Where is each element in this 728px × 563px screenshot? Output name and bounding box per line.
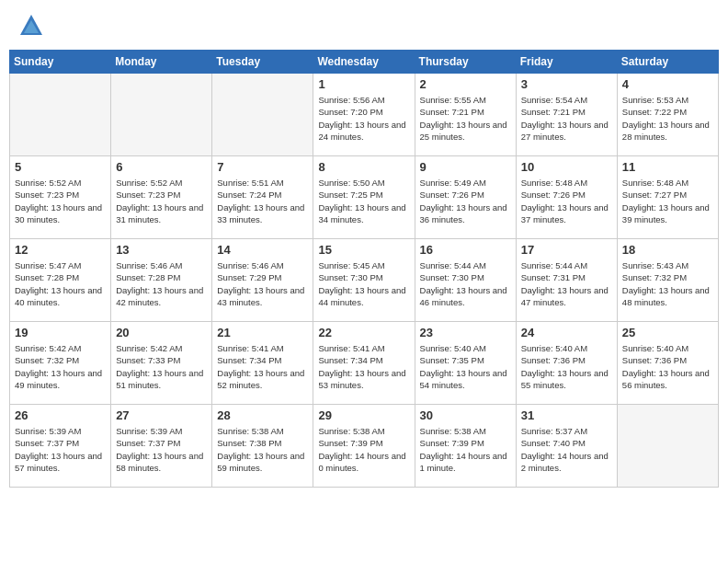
calendar-cell: 3Sunrise: 5:54 AMSunset: 7:21 PMDaylight…	[516, 74, 617, 156]
calendar-cell	[617, 405, 718, 488]
cell-date: 2	[420, 77, 511, 91]
cell-date: 15	[318, 243, 409, 257]
calendar-cell: 8Sunrise: 5:50 AMSunset: 7:25 PMDaylight…	[313, 156, 415, 239]
day-header-friday: Friday	[516, 51, 617, 74]
cell-info: Sunrise: 5:46 AMSunset: 7:28 PMDaylight:…	[116, 259, 207, 308]
calendar-cell	[212, 74, 313, 156]
day-header-sunday: Sunday	[10, 51, 111, 74]
cell-date: 13	[116, 243, 207, 257]
cell-date: 25	[622, 326, 713, 339]
calendar-cell: 5Sunrise: 5:52 AMSunset: 7:23 PMDaylight…	[10, 156, 111, 239]
cell-info: Sunrise: 5:48 AMSunset: 7:27 PMDaylight:…	[622, 177, 713, 225]
calendar-cell: 11Sunrise: 5:48 AMSunset: 7:27 PMDayligh…	[617, 156, 718, 239]
cell-info: Sunrise: 5:43 AMSunset: 7:32 PMDaylight:…	[622, 259, 713, 308]
cell-info: Sunrise: 5:40 AMSunset: 7:35 PMDaylight:…	[420, 342, 511, 391]
cell-info: Sunrise: 5:44 AMSunset: 7:31 PMDaylight:…	[521, 259, 612, 308]
cell-info: Sunrise: 5:42 AMSunset: 7:32 PMDaylight:…	[15, 342, 106, 391]
cell-date: 18	[622, 243, 713, 257]
calendar-cell: 31Sunrise: 5:37 AMSunset: 7:40 PMDayligh…	[516, 405, 617, 488]
calendar-cell: 27Sunrise: 5:39 AMSunset: 7:37 PMDayligh…	[111, 405, 212, 488]
calendar-cell: 18Sunrise: 5:43 AMSunset: 7:32 PMDayligh…	[617, 239, 718, 322]
day-header-tuesday: Tuesday	[212, 51, 313, 74]
calendar-cell: 19Sunrise: 5:42 AMSunset: 7:32 PMDayligh…	[10, 322, 111, 405]
cell-info: Sunrise: 5:37 AMSunset: 7:40 PMDaylight:…	[521, 425, 612, 474]
logo	[15, 13, 44, 39]
calendar-cell: 1Sunrise: 5:56 AMSunset: 7:20 PMDaylight…	[313, 74, 415, 156]
cell-date: 30	[420, 408, 511, 422]
cell-date: 19	[15, 326, 106, 339]
cell-date: 16	[420, 243, 511, 257]
cell-info: Sunrise: 5:49 AMSunset: 7:26 PMDaylight:…	[420, 177, 511, 225]
day-header-thursday: Thursday	[415, 51, 516, 74]
calendar-cell: 7Sunrise: 5:51 AMSunset: 7:24 PMDaylight…	[212, 156, 313, 239]
cell-info: Sunrise: 5:46 AMSunset: 7:29 PMDaylight:…	[217, 259, 308, 308]
cell-date: 1	[318, 77, 409, 91]
cell-info: Sunrise: 5:39 AMSunset: 7:37 PMDaylight:…	[15, 425, 106, 474]
cell-date: 31	[521, 408, 612, 422]
calendar-cell: 17Sunrise: 5:44 AMSunset: 7:31 PMDayligh…	[516, 239, 617, 322]
cell-date: 9	[420, 160, 511, 174]
day-header-saturday: Saturday	[617, 51, 718, 74]
calendar-cell	[10, 74, 111, 156]
cell-date: 28	[217, 408, 308, 422]
calendar-cell: 12Sunrise: 5:47 AMSunset: 7:28 PMDayligh…	[10, 239, 111, 322]
calendar-cell: 4Sunrise: 5:53 AMSunset: 7:22 PMDaylight…	[617, 74, 718, 156]
calendar-cell: 14Sunrise: 5:46 AMSunset: 7:29 PMDayligh…	[212, 239, 313, 322]
calendar-cell: 26Sunrise: 5:39 AMSunset: 7:37 PMDayligh…	[10, 405, 111, 488]
cell-info: Sunrise: 5:38 AMSunset: 7:39 PMDaylight:…	[420, 425, 511, 474]
cell-date: 5	[15, 160, 106, 174]
cell-info: Sunrise: 5:56 AMSunset: 7:20 PMDaylight:…	[318, 94, 409, 143]
cell-date: 24	[521, 326, 612, 339]
cell-date: 20	[116, 326, 207, 339]
cell-date: 29	[318, 408, 409, 422]
calendar-cell: 30Sunrise: 5:38 AMSunset: 7:39 PMDayligh…	[415, 405, 516, 488]
calendar-cell: 15Sunrise: 5:45 AMSunset: 7:30 PMDayligh…	[313, 239, 415, 322]
cell-info: Sunrise: 5:41 AMSunset: 7:34 PMDaylight:…	[217, 342, 308, 391]
calendar-table: SundayMondayTuesdayWednesdayThursdayFrid…	[9, 50, 719, 488]
cell-info: Sunrise: 5:55 AMSunset: 7:21 PMDaylight:…	[420, 94, 511, 143]
cell-info: Sunrise: 5:39 AMSunset: 7:37 PMDaylight:…	[116, 425, 207, 474]
cell-info: Sunrise: 5:53 AMSunset: 7:22 PMDaylight:…	[622, 94, 713, 143]
day-header-wednesday: Wednesday	[313, 51, 415, 74]
cell-info: Sunrise: 5:41 AMSunset: 7:34 PMDaylight:…	[318, 342, 409, 391]
cell-info: Sunrise: 5:38 AMSunset: 7:39 PMDaylight:…	[318, 425, 409, 474]
cell-date: 23	[420, 326, 511, 339]
cell-info: Sunrise: 5:52 AMSunset: 7:23 PMDaylight:…	[15, 177, 106, 225]
cell-info: Sunrise: 5:51 AMSunset: 7:24 PMDaylight:…	[217, 177, 308, 225]
calendar-cell: 16Sunrise: 5:44 AMSunset: 7:30 PMDayligh…	[415, 239, 516, 322]
calendar-cell: 9Sunrise: 5:49 AMSunset: 7:26 PMDaylight…	[415, 156, 516, 239]
page-header	[9, 9, 719, 42]
cell-date: 22	[318, 326, 409, 339]
cell-date: 6	[116, 160, 207, 174]
cell-info: Sunrise: 5:47 AMSunset: 7:28 PMDaylight:…	[15, 259, 106, 308]
calendar-cell: 21Sunrise: 5:41 AMSunset: 7:34 PMDayligh…	[212, 322, 313, 405]
cell-date: 10	[521, 160, 612, 174]
cell-date: 21	[217, 326, 308, 339]
calendar-cell: 25Sunrise: 5:40 AMSunset: 7:36 PMDayligh…	[617, 322, 718, 405]
cell-info: Sunrise: 5:40 AMSunset: 7:36 PMDaylight:…	[521, 342, 612, 391]
cell-date: 27	[116, 408, 207, 422]
cell-date: 7	[217, 160, 308, 174]
cell-date: 8	[318, 160, 409, 174]
cell-info: Sunrise: 5:40 AMSunset: 7:36 PMDaylight:…	[622, 342, 713, 391]
calendar-cell: 24Sunrise: 5:40 AMSunset: 7:36 PMDayligh…	[516, 322, 617, 405]
cell-date: 3	[521, 77, 612, 91]
cell-info: Sunrise: 5:42 AMSunset: 7:33 PMDaylight:…	[116, 342, 207, 391]
calendar-cell: 10Sunrise: 5:48 AMSunset: 7:26 PMDayligh…	[516, 156, 617, 239]
calendar-cell: 23Sunrise: 5:40 AMSunset: 7:35 PMDayligh…	[415, 322, 516, 405]
cell-date: 17	[521, 243, 612, 257]
calendar-cell: 28Sunrise: 5:38 AMSunset: 7:38 PMDayligh…	[212, 405, 313, 488]
calendar-cell: 13Sunrise: 5:46 AMSunset: 7:28 PMDayligh…	[111, 239, 212, 322]
logo-icon	[18, 13, 44, 39]
cell-info: Sunrise: 5:54 AMSunset: 7:21 PMDaylight:…	[521, 94, 612, 143]
cell-info: Sunrise: 5:50 AMSunset: 7:25 PMDaylight:…	[318, 177, 409, 225]
cell-info: Sunrise: 5:48 AMSunset: 7:26 PMDaylight:…	[521, 177, 612, 225]
calendar-cell: 29Sunrise: 5:38 AMSunset: 7:39 PMDayligh…	[313, 405, 415, 488]
calendar-cell: 20Sunrise: 5:42 AMSunset: 7:33 PMDayligh…	[111, 322, 212, 405]
cell-info: Sunrise: 5:44 AMSunset: 7:30 PMDaylight:…	[420, 259, 511, 308]
calendar-cell: 2Sunrise: 5:55 AMSunset: 7:21 PMDaylight…	[415, 74, 516, 156]
calendar-cell: 6Sunrise: 5:52 AMSunset: 7:23 PMDaylight…	[111, 156, 212, 239]
cell-info: Sunrise: 5:38 AMSunset: 7:38 PMDaylight:…	[217, 425, 308, 474]
calendar-cell: 22Sunrise: 5:41 AMSunset: 7:34 PMDayligh…	[313, 322, 415, 405]
cell-info: Sunrise: 5:52 AMSunset: 7:23 PMDaylight:…	[116, 177, 207, 225]
